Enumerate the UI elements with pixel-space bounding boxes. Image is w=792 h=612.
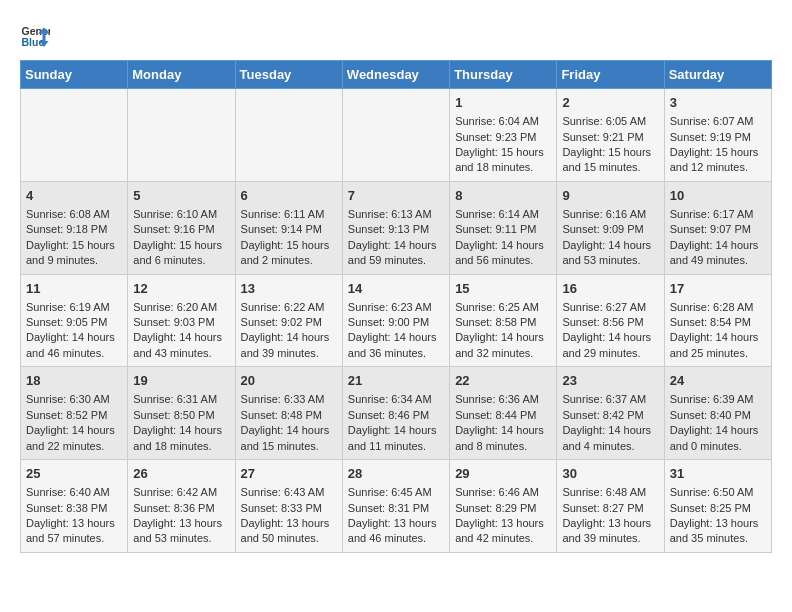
page-header: General Blue [20,20,772,50]
calendar-cell: 28Sunrise: 6:45 AMSunset: 8:31 PMDayligh… [342,460,449,553]
cell-content-line: Sunset: 8:46 PM [348,408,444,423]
day-number: 7 [348,187,444,205]
cell-content-line: and 22 minutes. [26,439,122,454]
day-of-week-header: Friday [557,61,664,89]
cell-content-line: Sunset: 9:16 PM [133,222,229,237]
cell-content-line: Daylight: 14 hours [26,423,122,438]
cell-content-line: Daylight: 14 hours [455,423,551,438]
cell-content-line: and 15 minutes. [562,160,658,175]
cell-content-line: Sunset: 8:33 PM [241,501,337,516]
day-number: 26 [133,465,229,483]
cell-content-line: Sunrise: 6:46 AM [455,485,551,500]
cell-content-line: Daylight: 14 hours [241,330,337,345]
cell-content-line: Sunset: 8:31 PM [348,501,444,516]
cell-content-line: Sunrise: 6:07 AM [670,114,766,129]
cell-content-line: Sunrise: 6:39 AM [670,392,766,407]
calendar-week-row: 18Sunrise: 6:30 AMSunset: 8:52 PMDayligh… [21,367,772,460]
calendar-cell: 16Sunrise: 6:27 AMSunset: 8:56 PMDayligh… [557,274,664,367]
day-number: 29 [455,465,551,483]
cell-content-line: Daylight: 15 hours [562,145,658,160]
cell-content-line: Daylight: 14 hours [562,330,658,345]
day-number: 1 [455,94,551,112]
cell-content-line: Sunset: 8:29 PM [455,501,551,516]
cell-content-line: Daylight: 14 hours [26,330,122,345]
cell-content-line: and 0 minutes. [670,439,766,454]
calendar-cell [21,89,128,182]
day-number: 18 [26,372,122,390]
cell-content-line: Sunset: 9:09 PM [562,222,658,237]
calendar-cell: 12Sunrise: 6:20 AMSunset: 9:03 PMDayligh… [128,274,235,367]
day-number: 31 [670,465,766,483]
day-number: 13 [241,280,337,298]
cell-content-line: and 39 minutes. [241,346,337,361]
cell-content-line: Daylight: 14 hours [670,330,766,345]
calendar-cell: 30Sunrise: 6:48 AMSunset: 8:27 PMDayligh… [557,460,664,553]
cell-content-line: Sunrise: 6:16 AM [562,207,658,222]
cell-content-line: and 4 minutes. [562,439,658,454]
cell-content-line: Sunrise: 6:13 AM [348,207,444,222]
cell-content-line: Sunset: 9:23 PM [455,130,551,145]
calendar-cell: 2Sunrise: 6:05 AMSunset: 9:21 PMDaylight… [557,89,664,182]
calendar-cell: 27Sunrise: 6:43 AMSunset: 8:33 PMDayligh… [235,460,342,553]
cell-content-line: and 18 minutes. [133,439,229,454]
day-number: 27 [241,465,337,483]
cell-content-line: Sunrise: 6:31 AM [133,392,229,407]
day-number: 17 [670,280,766,298]
cell-content-line: Sunset: 8:36 PM [133,501,229,516]
day-of-week-header: Saturday [664,61,771,89]
cell-content-line: Sunset: 8:54 PM [670,315,766,330]
calendar-cell: 22Sunrise: 6:36 AMSunset: 8:44 PMDayligh… [450,367,557,460]
cell-content-line: and 42 minutes. [455,531,551,546]
cell-content-line: Sunrise: 6:20 AM [133,300,229,315]
cell-content-line: and 29 minutes. [562,346,658,361]
cell-content-line: Sunrise: 6:25 AM [455,300,551,315]
cell-content-line: and 12 minutes. [670,160,766,175]
cell-content-line: Daylight: 15 hours [455,145,551,160]
calendar-cell: 19Sunrise: 6:31 AMSunset: 8:50 PMDayligh… [128,367,235,460]
cell-content-line: Daylight: 15 hours [670,145,766,160]
calendar-cell: 24Sunrise: 6:39 AMSunset: 8:40 PMDayligh… [664,367,771,460]
day-number: 9 [562,187,658,205]
cell-content-line: Sunset: 9:05 PM [26,315,122,330]
cell-content-line: Daylight: 14 hours [562,423,658,438]
cell-content-line: Daylight: 13 hours [26,516,122,531]
cell-content-line: Sunrise: 6:11 AM [241,207,337,222]
cell-content-line: Sunrise: 6:17 AM [670,207,766,222]
cell-content-line: Daylight: 14 hours [133,423,229,438]
cell-content-line: and 53 minutes. [133,531,229,546]
day-number: 16 [562,280,658,298]
cell-content-line: Sunrise: 6:05 AM [562,114,658,129]
cell-content-line: and 2 minutes. [241,253,337,268]
day-number: 14 [348,280,444,298]
day-number: 30 [562,465,658,483]
cell-content-line: and 11 minutes. [348,439,444,454]
calendar-cell: 11Sunrise: 6:19 AMSunset: 9:05 PMDayligh… [21,274,128,367]
cell-content-line: Sunrise: 6:37 AM [562,392,658,407]
calendar-cell: 20Sunrise: 6:33 AMSunset: 8:48 PMDayligh… [235,367,342,460]
cell-content-line: and 35 minutes. [670,531,766,546]
cell-content-line: Sunset: 8:44 PM [455,408,551,423]
cell-content-line: Sunrise: 6:23 AM [348,300,444,315]
day-number: 12 [133,280,229,298]
cell-content-line: and 49 minutes. [670,253,766,268]
calendar-table: SundayMondayTuesdayWednesdayThursdayFrid… [20,60,772,553]
day-number: 3 [670,94,766,112]
cell-content-line: Sunset: 9:19 PM [670,130,766,145]
day-of-week-header: Thursday [450,61,557,89]
cell-content-line: Sunrise: 6:34 AM [348,392,444,407]
day-number: 6 [241,187,337,205]
cell-content-line: Daylight: 13 hours [670,516,766,531]
cell-content-line: Daylight: 15 hours [26,238,122,253]
cell-content-line: Sunrise: 6:19 AM [26,300,122,315]
calendar-cell: 4Sunrise: 6:08 AMSunset: 9:18 PMDaylight… [21,181,128,274]
calendar-cell: 18Sunrise: 6:30 AMSunset: 8:52 PMDayligh… [21,367,128,460]
calendar-cell: 8Sunrise: 6:14 AMSunset: 9:11 PMDaylight… [450,181,557,274]
calendar-week-row: 1Sunrise: 6:04 AMSunset: 9:23 PMDaylight… [21,89,772,182]
cell-content-line: Sunrise: 6:50 AM [670,485,766,500]
cell-content-line: Sunrise: 6:36 AM [455,392,551,407]
day-number: 11 [26,280,122,298]
cell-content-line: Sunrise: 6:42 AM [133,485,229,500]
cell-content-line: Daylight: 14 hours [348,423,444,438]
cell-content-line: Daylight: 14 hours [670,238,766,253]
cell-content-line: Daylight: 15 hours [241,238,337,253]
